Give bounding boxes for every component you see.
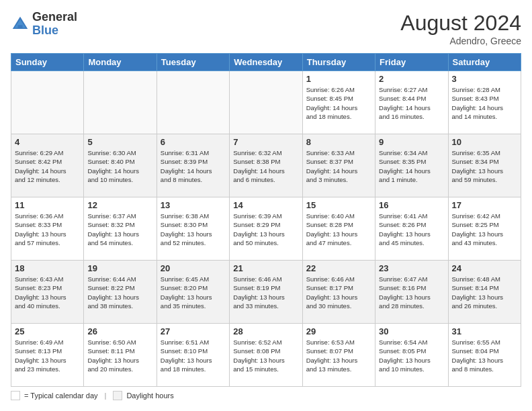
table-row: 1Sunrise: 6:26 AM Sunset: 8:45 PM Daylig…: [302, 71, 375, 134]
table-row: 9Sunrise: 6:34 AM Sunset: 8:35 PM Daylig…: [375, 134, 448, 197]
col-thursday: Thursday: [302, 54, 375, 71]
table-row: 23Sunrise: 6:47 AM Sunset: 8:16 PM Dayli…: [375, 261, 448, 324]
day-number: 27: [161, 326, 226, 336]
table-row: 8Sunrise: 6:33 AM Sunset: 8:37 PM Daylig…: [302, 134, 375, 197]
col-wednesday: Wednesday: [230, 54, 302, 71]
table-row: 26Sunrise: 6:50 AM Sunset: 8:11 PM Dayli…: [84, 324, 157, 387]
legend-separator: |: [105, 392, 107, 400]
day-number: 9: [379, 137, 444, 147]
day-number: 12: [87, 200, 152, 210]
table-row: 15Sunrise: 6:40 AM Sunset: 8:28 PM Dayli…: [302, 197, 375, 261]
day-number: 28: [233, 326, 298, 336]
table-row: 29Sunrise: 6:53 AM Sunset: 8:07 PM Dayli…: [302, 324, 375, 387]
col-monday: Monday: [84, 54, 157, 71]
day-info: Sunrise: 6:41 AM Sunset: 8:26 PM Dayligh…: [379, 212, 444, 247]
col-tuesday: Tuesday: [157, 54, 229, 71]
day-number: 23: [379, 263, 444, 273]
table-row: 18Sunrise: 6:43 AM Sunset: 8:23 PM Dayli…: [11, 261, 84, 324]
logo-general: General: [32, 11, 77, 24]
day-number: 17: [452, 200, 517, 210]
day-number: 24: [452, 263, 517, 273]
day-info: Sunrise: 6:37 AM Sunset: 8:32 PM Dayligh…: [87, 212, 152, 247]
table-row: [11, 71, 84, 134]
day-number: 1: [306, 74, 371, 84]
table-row: 22Sunrise: 6:46 AM Sunset: 8:17 PM Dayli…: [302, 261, 375, 324]
location: Adendro, Greece: [400, 36, 521, 46]
table-row: 13Sunrise: 6:38 AM Sunset: 8:30 PM Dayli…: [157, 197, 229, 261]
col-friday: Friday: [375, 54, 448, 71]
day-info: Sunrise: 6:46 AM Sunset: 8:17 PM Dayligh…: [306, 275, 371, 310]
table-row: 27Sunrise: 6:51 AM Sunset: 8:10 PM Dayli…: [157, 324, 229, 387]
day-info: Sunrise: 6:51 AM Sunset: 8:10 PM Dayligh…: [161, 338, 226, 373]
day-number: 19: [87, 263, 152, 273]
day-number: 22: [306, 263, 371, 273]
table-row: 21Sunrise: 6:46 AM Sunset: 8:19 PM Dayli…: [230, 261, 302, 324]
day-info: Sunrise: 6:53 AM Sunset: 8:07 PM Dayligh…: [306, 338, 371, 373]
day-info: Sunrise: 6:46 AM Sunset: 8:19 PM Dayligh…: [233, 275, 298, 310]
day-info: Sunrise: 6:33 AM Sunset: 8:37 PM Dayligh…: [306, 148, 371, 184]
table-row: 30Sunrise: 6:54 AM Sunset: 8:05 PM Dayli…: [375, 324, 448, 387]
day-info: Sunrise: 6:50 AM Sunset: 8:11 PM Dayligh…: [87, 338, 152, 373]
day-info: Sunrise: 6:32 AM Sunset: 8:38 PM Dayligh…: [233, 148, 298, 184]
day-number: 26: [87, 326, 152, 336]
table-row: 25Sunrise: 6:49 AM Sunset: 8:13 PM Dayli…: [11, 324, 84, 387]
table-row: 2Sunrise: 6:27 AM Sunset: 8:44 PM Daylig…: [375, 71, 448, 134]
day-info: Sunrise: 6:54 AM Sunset: 8:05 PM Dayligh…: [379, 338, 444, 373]
logo-icon: [11, 15, 30, 34]
table-row: 28Sunrise: 6:52 AM Sunset: 8:08 PM Dayli…: [230, 324, 302, 387]
day-info: Sunrise: 6:27 AM Sunset: 8:44 PM Dayligh…: [379, 85, 444, 121]
page: General Blue August 2024 Adendro, Greece…: [0, 0, 532, 411]
legend-gray-box: [113, 391, 122, 400]
calendar-header-row: Sunday Monday Tuesday Wednesday Thursday…: [11, 54, 521, 71]
day-number: 20: [161, 263, 226, 273]
day-info: Sunrise: 6:38 AM Sunset: 8:30 PM Dayligh…: [161, 212, 226, 247]
day-number: 18: [15, 263, 80, 273]
day-number: 10: [452, 137, 517, 147]
table-row: 20Sunrise: 6:45 AM Sunset: 8:20 PM Dayli…: [157, 261, 229, 324]
day-info: Sunrise: 6:45 AM Sunset: 8:20 PM Dayligh…: [161, 275, 226, 310]
calendar-row: 1Sunrise: 6:26 AM Sunset: 8:45 PM Daylig…: [11, 71, 521, 134]
day-info: Sunrise: 6:36 AM Sunset: 8:33 PM Dayligh…: [15, 212, 80, 247]
day-info: Sunrise: 6:52 AM Sunset: 8:08 PM Dayligh…: [233, 338, 298, 373]
day-number: 29: [306, 326, 371, 336]
legend: = Typical calendar day | Daylight hours: [11, 391, 521, 400]
table-row: 4Sunrise: 6:29 AM Sunset: 8:42 PM Daylig…: [11, 134, 84, 197]
table-row: [230, 71, 302, 134]
day-number: 3: [452, 74, 517, 84]
title-block: August 2024 Adendro, Greece: [400, 11, 521, 46]
logo-text: General Blue: [32, 11, 77, 38]
day-info: Sunrise: 6:43 AM Sunset: 8:23 PM Dayligh…: [15, 275, 80, 310]
day-info: Sunrise: 6:34 AM Sunset: 8:35 PM Dayligh…: [379, 148, 444, 184]
legend-white-label: = Typical calendar day: [24, 392, 98, 400]
day-info: Sunrise: 6:55 AM Sunset: 8:04 PM Dayligh…: [452, 338, 517, 373]
day-number: 16: [379, 200, 444, 210]
legend-white-box: [11, 391, 20, 400]
col-sunday: Sunday: [11, 54, 84, 71]
table-row: 31Sunrise: 6:55 AM Sunset: 8:04 PM Dayli…: [448, 324, 521, 387]
day-number: 14: [233, 200, 298, 210]
day-number: 25: [15, 326, 80, 336]
calendar-row: 18Sunrise: 6:43 AM Sunset: 8:23 PM Dayli…: [11, 261, 521, 324]
day-info: Sunrise: 6:47 AM Sunset: 8:16 PM Dayligh…: [379, 275, 444, 310]
table-row: 3Sunrise: 6:28 AM Sunset: 8:43 PM Daylig…: [448, 71, 521, 134]
table-row: 14Sunrise: 6:39 AM Sunset: 8:29 PM Dayli…: [230, 197, 302, 261]
day-number: 11: [15, 200, 80, 210]
day-info: Sunrise: 6:40 AM Sunset: 8:28 PM Dayligh…: [306, 212, 371, 247]
day-number: 5: [87, 137, 152, 147]
table-row: 5Sunrise: 6:30 AM Sunset: 8:40 PM Daylig…: [84, 134, 157, 197]
table-row: 16Sunrise: 6:41 AM Sunset: 8:26 PM Dayli…: [375, 197, 448, 261]
day-number: 2: [379, 74, 444, 84]
header: General Blue August 2024 Adendro, Greece: [11, 11, 521, 46]
table-row: 24Sunrise: 6:48 AM Sunset: 8:14 PM Dayli…: [448, 261, 521, 324]
day-info: Sunrise: 6:30 AM Sunset: 8:40 PM Dayligh…: [87, 148, 152, 184]
table-row: 7Sunrise: 6:32 AM Sunset: 8:38 PM Daylig…: [230, 134, 302, 197]
calendar: Sunday Monday Tuesday Wednesday Thursday…: [11, 53, 521, 387]
col-saturday: Saturday: [448, 54, 521, 71]
day-info: Sunrise: 6:35 AM Sunset: 8:34 PM Dayligh…: [452, 148, 517, 184]
day-number: 15: [306, 200, 371, 210]
table-row: 11Sunrise: 6:36 AM Sunset: 8:33 PM Dayli…: [11, 197, 84, 261]
day-info: Sunrise: 6:26 AM Sunset: 8:45 PM Dayligh…: [306, 85, 371, 121]
table-row: 12Sunrise: 6:37 AM Sunset: 8:32 PM Dayli…: [84, 197, 157, 261]
day-number: 30: [379, 326, 444, 336]
month-year: August 2024: [400, 11, 521, 36]
